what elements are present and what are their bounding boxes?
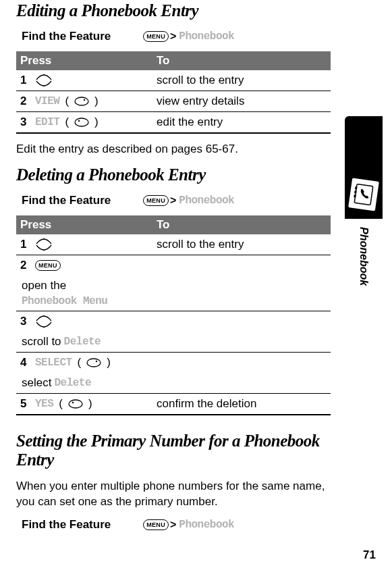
- softkey-label: SELECT: [35, 357, 72, 369]
- menu-icon: MENU: [35, 260, 61, 271]
- gt-symbol: >: [170, 30, 176, 43]
- gt-symbol: >: [170, 519, 176, 531]
- editing-after-text: Edit the entry as described on pages 65-…: [16, 142, 331, 157]
- svg-point-0: [75, 97, 88, 105]
- col-to: To: [151, 215, 331, 234]
- step-action: select Delete: [16, 373, 151, 393]
- table-row: 1 scroll to the entry: [16, 70, 331, 91]
- table-row: 1 scroll to the entry: [16, 234, 331, 255]
- svg-point-7: [72, 402, 74, 403]
- table-row: 3 EDIT ( ) edit the entry: [16, 112, 331, 134]
- page-number: 71: [363, 548, 376, 562]
- step-num: 1: [20, 238, 30, 251]
- section-title-primary: Setting the Primary Number for a Phonebo…: [16, 432, 331, 469]
- step-num: 3: [20, 315, 30, 328]
- find-feature-label: Find the Feature: [22, 518, 111, 532]
- step-num: 3: [20, 115, 30, 129]
- softkey-label: YES: [35, 398, 53, 410]
- softkey-left-icon: [74, 118, 89, 127]
- phonebook-label: Phonebook: [179, 519, 234, 531]
- phonebook-label: Phonebook: [179, 195, 234, 207]
- step-action: open the Phonebook Menu: [16, 276, 151, 311]
- table-row: 2 MENU open the Phonebook Menu: [16, 255, 331, 311]
- find-feature-label: Find the Feature: [22, 194, 111, 207]
- table-row: 3 scroll to Delete: [16, 311, 331, 352]
- softkey-label: VIEW: [35, 95, 59, 107]
- softkey-left-icon: [68, 399, 83, 409]
- side-tab-label: Phonebook: [358, 227, 370, 286]
- gt-symbol: >: [170, 195, 176, 207]
- svg-rect-9: [355, 186, 358, 189]
- step-action: view entry details: [151, 91, 331, 112]
- phonebook-icon: [348, 178, 379, 211]
- svg-point-3: [78, 120, 80, 122]
- editing-steps-table: Press To 1 scroll to the entry 2 VIEW: [16, 51, 331, 134]
- step-action: scroll to the entry: [151, 70, 331, 91]
- find-feature-primary: Find the Feature MENU > Phonebook: [22, 518, 331, 532]
- section-title-deleting: Deleting a Phonebook Entry: [16, 165, 331, 184]
- svg-point-4: [87, 359, 101, 367]
- svg-point-1: [84, 99, 85, 101]
- svg-rect-10: [354, 190, 357, 193]
- svg-point-2: [75, 118, 88, 126]
- svg-rect-11: [354, 195, 356, 197]
- step-num: 5: [20, 397, 30, 411]
- menu-icon: MENU: [143, 519, 169, 530]
- side-tab: Phonebook: [345, 116, 383, 286]
- find-feature-deleting: Find the Feature MENU > Phonebook: [22, 194, 331, 207]
- softkey-label: EDIT: [35, 116, 59, 128]
- scroll-icon: [35, 74, 53, 87]
- step-action: edit the entry: [151, 112, 331, 134]
- softkey-right-icon: [74, 97, 89, 106]
- find-feature-editing: Find the Feature MENU > Phonebook: [22, 30, 331, 43]
- softkey-right-icon: [86, 358, 101, 367]
- find-feature-label: Find the Feature: [22, 30, 111, 43]
- step-num: 4: [20, 356, 30, 369]
- table-row: 5 YES ( ) confirm the deletion: [16, 393, 331, 415]
- table-row: 4 SELECT ( ) select Delete: [16, 352, 331, 393]
- col-press: Press: [16, 215, 151, 234]
- svg-point-6: [69, 400, 82, 408]
- step-action: scroll to Delete: [16, 332, 151, 352]
- col-press: Press: [16, 51, 151, 70]
- deleting-steps-table: Press To 1 scroll to the entry 2 MENU: [16, 215, 331, 415]
- primary-intro: When you enter multiple phone numbers fo…: [16, 479, 331, 510]
- step-num: 2: [20, 95, 30, 108]
- col-to: To: [151, 51, 331, 70]
- step-action: confirm the deletion: [151, 393, 331, 415]
- menu-icon: MENU: [143, 195, 169, 206]
- phonebook-label: Phonebook: [179, 30, 234, 43]
- table-row: 2 VIEW ( ) view entry details: [16, 91, 331, 112]
- menu-icon: MENU: [143, 31, 169, 42]
- scroll-icon: [35, 238, 53, 251]
- step-num: 2: [20, 259, 30, 272]
- step-num: 1: [20, 74, 30, 87]
- step-action: scroll to the entry: [151, 234, 331, 255]
- scroll-icon: [35, 315, 53, 328]
- svg-point-5: [96, 361, 97, 362]
- section-title-editing: Editing a Phonebook Entry: [16, 0, 331, 20]
